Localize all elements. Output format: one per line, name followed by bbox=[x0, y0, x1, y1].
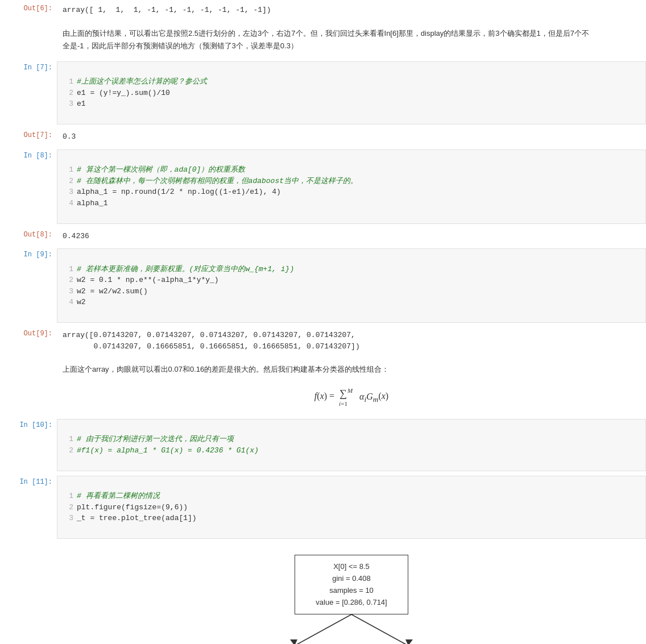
ln1: 1 bbox=[63, 76, 73, 88]
out8-value: 0.4236 bbox=[57, 228, 646, 244]
cell-text2: 上面这个array，肉眼就可以看出0.07和0.16的差距是很大的。然后我们构建… bbox=[0, 356, 646, 417]
in11-label: In [11]: bbox=[0, 473, 57, 542]
comment1: #上面这个误差率怎么计算的呢？参公式 bbox=[77, 77, 207, 86]
text1-body: 由上面的预计结果，可以看出它是按照2.5进行划分的，左边3个，右边7个。但，我们… bbox=[57, 23, 646, 57]
out6-value: array([ 1, 1, 1, -1, -1, -1, -1, -1, -1,… bbox=[57, 2, 646, 18]
out6-label: Out[6]: bbox=[0, 0, 57, 20]
in9-content: 1# 若样本更新准确，则要新权重。(对应文章当中的w_{m+1, i}) 2w2… bbox=[57, 246, 646, 325]
in10-c2: #f1(x) = alpha_1 * G1(x) = 0.4236 * G1(x… bbox=[77, 446, 259, 455]
in9-c1: # 若样本更新准确，则要新权重。(对应文章当中的w_{m+1, i}) bbox=[77, 265, 294, 273]
in8-c2: # 在随机森林中，每一个次弱树都有相同的权重，但adaboost当中，不是这样子… bbox=[77, 177, 358, 185]
cell-in7: In [7]: 1#上面这个误差率怎么计算的呢？参公式 2e1 = (y!=y_… bbox=[0, 59, 646, 127]
cell-out8: Out[8]: 0.4236 bbox=[0, 226, 646, 247]
out7-content: 0.3 bbox=[57, 127, 646, 147]
notebook: Out[6]: array([ 1, 1, 1, -1, -1, -1, -1,… bbox=[0, 0, 646, 644]
in9-w2a: w2 = 0.1 * np.e**(-alpha_1*y*y_) bbox=[77, 276, 219, 284]
in11-tree: _t = tree.plot_tree(ada[1]) bbox=[77, 514, 197, 522]
in11-code[interactable]: 1# 再看看第二棵树的情况 2plt.figure(figsize=(9,6))… bbox=[57, 476, 646, 539]
ln4: 4 bbox=[63, 297, 73, 308]
ln2: 2 bbox=[63, 502, 73, 513]
tree-arrows bbox=[243, 614, 459, 644]
tree-root-node: X[0] <= 8.5 gini = 0.408 samples = 10 va… bbox=[295, 555, 408, 614]
in11-content: 1# 再看看第二棵树的情况 2plt.figure(figsize=(9,6))… bbox=[57, 473, 646, 542]
in10-content: 1# 由于我们才刚进行第一次迭代，因此只有一项 2#f1(x) = alpha_… bbox=[57, 417, 646, 473]
in7-code[interactable]: 1#上面这个误差率怎么计算的呢？参公式 2e1 = (y!=y_).sum()/… bbox=[57, 61, 646, 125]
svg-marker-1 bbox=[290, 639, 297, 644]
ln1: 1 bbox=[63, 164, 73, 176]
ln1: 1 bbox=[63, 264, 73, 275]
in10-code[interactable]: 1# 由于我们才刚进行第一次迭代，因此只有一项 2#f1(x) = alpha_… bbox=[57, 419, 646, 471]
in11-c1: # 再看看第二棵树的情况 bbox=[77, 492, 160, 500]
in8-label: In [8]: bbox=[0, 147, 57, 226]
cell-in9: In [9]: 1# 若样本更新准确，则要新权重。(对应文章当中的w_{m+1,… bbox=[0, 246, 646, 325]
svg-marker-3 bbox=[405, 639, 413, 644]
ln3: 3 bbox=[63, 513, 73, 524]
ln2: 2 bbox=[63, 275, 73, 286]
text2-label bbox=[0, 356, 57, 417]
cell-in11: In [11]: 1# 再看看第二棵树的情况 2plt.figure(figsi… bbox=[0, 473, 646, 542]
ln1: 1 bbox=[63, 491, 73, 502]
text1-content: 由上面的预计结果，可以看出它是按照2.5进行划分的，左边3个，右边7个。但，我们… bbox=[57, 20, 646, 59]
in8-code[interactable]: 1# 算这个第一棵次弱树（即，ada[0]）的权重系数 2# 在随机森林中，每一… bbox=[57, 149, 646, 224]
ln1: 1 bbox=[63, 434, 73, 445]
root-line4: value = [0.286, 0.714] bbox=[303, 597, 400, 609]
tree-label bbox=[0, 541, 57, 644]
in7-content: 1#上面这个误差率怎么计算的呢？参公式 2e1 = (y!=y_).sum()/… bbox=[57, 59, 646, 127]
cell-in8: In [8]: 1# 算这个第一棵次弱树（即，ada[0]）的权重系数 2# 在… bbox=[0, 147, 646, 226]
svg-line-2 bbox=[351, 614, 408, 644]
in9-w2b: w2 = w2/w2.sum() bbox=[77, 287, 148, 296]
out6-content: array([ 1, 1, 1, -1, -1, -1, -1, -1, -1,… bbox=[57, 0, 646, 20]
tree-content: X[0] <= 8.5 gini = 0.408 samples = 10 va… bbox=[57, 541, 646, 644]
in10-c1: # 由于我们才刚进行第一次迭代，因此只有一项 bbox=[77, 435, 234, 443]
in9-label: In [9]: bbox=[0, 246, 57, 325]
code-e1-print: e1 bbox=[77, 99, 86, 108]
in8-alpha-print: alpha_1 bbox=[77, 199, 108, 207]
ln2: 2 bbox=[63, 176, 73, 187]
cell-tree-output: X[0] <= 8.5 gini = 0.408 samples = 10 va… bbox=[0, 541, 646, 644]
text2-body: 上面这个array，肉眼就可以看出0.07和0.16的差距是很大的。然后我们构建… bbox=[57, 359, 646, 380]
ln4: 4 bbox=[63, 198, 73, 209]
out8-label: Out[8]: bbox=[0, 226, 57, 247]
out9-label: Out[9]: bbox=[0, 325, 57, 356]
svg-line-0 bbox=[295, 614, 351, 644]
root-line1: X[0] <= 8.5 bbox=[303, 561, 400, 573]
in8-content: 1# 算这个第一棵次弱树（即，ada[0]）的权重系数 2# 在随机森林中，每一… bbox=[57, 147, 646, 226]
code-e1: e1 = (y!=y_).sum()/10 bbox=[77, 89, 170, 97]
out7-label: Out[7]: bbox=[0, 127, 57, 147]
ln3: 3 bbox=[63, 286, 73, 297]
in7-label: In [7]: bbox=[0, 59, 57, 127]
text2-content: 上面这个array，肉眼就可以看出0.07和0.16的差距是很大的。然后我们构建… bbox=[57, 356, 646, 417]
ln3: 3 bbox=[63, 98, 73, 110]
root-line2: gini = 0.408 bbox=[303, 573, 400, 585]
in8-c1: # 算这个第一棵次弱树（即，ada[0]）的权重系数 bbox=[77, 165, 245, 174]
out8-content: 0.4236 bbox=[57, 226, 646, 247]
in9-code[interactable]: 1# 若样本更新准确，则要新权重。(对应文章当中的w_{m+1, i}) 2w2… bbox=[57, 248, 646, 323]
cell-out6: Out[6]: array([ 1, 1, 1, -1, -1, -1, -1,… bbox=[0, 0, 646, 20]
text1-label bbox=[0, 20, 57, 59]
out9-content: array([0.07143207, 0.07143207, 0.0714320… bbox=[57, 325, 646, 356]
root-line3: samples = 10 bbox=[303, 585, 400, 597]
cell-text1: 由上面的预计结果，可以看出它是按照2.5进行划分的，左边3个，右边7个。但，我们… bbox=[0, 20, 646, 59]
in11-plt: plt.figure(figsize=(9,6)) bbox=[77, 503, 188, 512]
in8-alpha: alpha_1 = np.round(1/2 * np.log((1-e1)/e… bbox=[77, 188, 281, 196]
in9-w2-print: w2 bbox=[77, 298, 86, 306]
tree-diagram: X[0] <= 8.5 gini = 0.408 samples = 10 va… bbox=[57, 543, 646, 644]
cell-in10: In [10]: 1# 由于我们才刚进行第一次迭代，因此只有一项 2#f1(x)… bbox=[0, 417, 646, 473]
ln2: 2 bbox=[63, 88, 73, 99]
cell-out7: Out[7]: 0.3 bbox=[0, 127, 646, 147]
ln2: 2 bbox=[63, 445, 73, 456]
ln3: 3 bbox=[63, 186, 73, 198]
in10-label: In [10]: bbox=[0, 417, 57, 473]
math-formula: f(x) = ∑ i=1 M αiGm(x) bbox=[57, 380, 646, 414]
out7-value: 0.3 bbox=[57, 129, 646, 145]
cell-out9: Out[9]: array([0.07143207, 0.07143207, 0… bbox=[0, 325, 646, 356]
out9-value: array([0.07143207, 0.07143207, 0.0714320… bbox=[57, 327, 646, 354]
